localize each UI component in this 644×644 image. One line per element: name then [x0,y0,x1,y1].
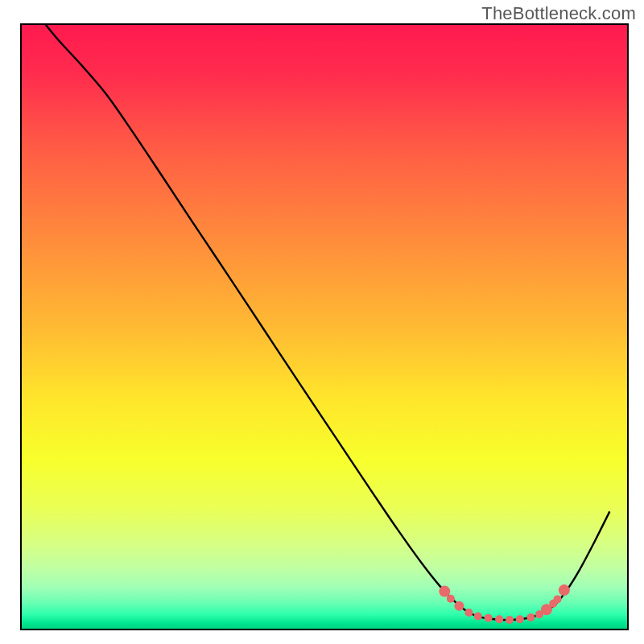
data-marker [526,613,535,621]
data-marker [454,601,464,611]
data-marker [485,614,493,622]
data-marker [464,609,473,617]
gradient-background [21,24,628,630]
data-marker [447,595,455,603]
data-marker [559,584,570,596]
data-marker [474,612,482,620]
data-marker [506,616,514,624]
data-marker [495,615,503,623]
data-marker [516,615,524,623]
plot-group [21,24,628,630]
chart-svg [0,0,644,644]
data-marker [554,595,562,603]
chart-root: TheBottleneck.com [0,0,644,644]
